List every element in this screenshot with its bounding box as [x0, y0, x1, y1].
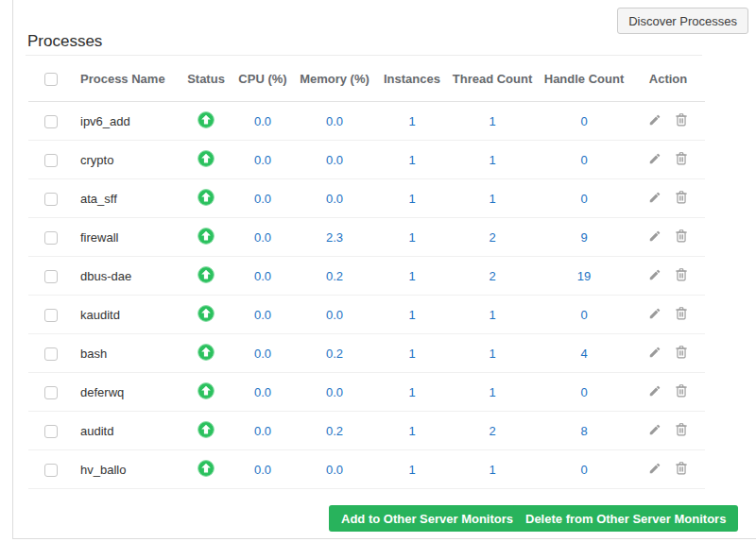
delete-icon[interactable] [675, 267, 688, 281]
thread-count-value: 1 [448, 450, 537, 489]
thread-count-value: 1 [448, 179, 537, 218]
cpu-value: 0.0 [232, 141, 293, 179]
memory-value: 0.0 [293, 296, 376, 334]
delete-icon[interactable] [675, 461, 688, 475]
cpu-value: 0.0 [232, 296, 293, 334]
row-checkbox[interactable] [44, 231, 58, 245]
row-checkbox[interactable] [44, 464, 58, 477]
delete-icon[interactable] [675, 190, 688, 204]
edit-icon[interactable] [648, 191, 662, 204]
row-checkbox[interactable] [44, 115, 58, 128]
status-up-icon [198, 382, 215, 399]
row-checkbox[interactable] [44, 193, 58, 206]
cpu-value: 0.0 [232, 412, 293, 450]
instances-value[interactable]: 1 [376, 257, 448, 296]
process-name: deferwq [74, 373, 180, 412]
edit-icon[interactable] [648, 384, 662, 398]
memory-value: 0.0 [293, 450, 376, 489]
status-up-icon [198, 266, 215, 283]
delete-icon[interactable] [675, 422, 688, 436]
edit-icon[interactable] [648, 229, 662, 243]
delete-icon[interactable] [675, 112, 688, 127]
edit-icon[interactable] [648, 113, 662, 127]
process-name: kauditd [74, 296, 180, 334]
column-header-cpu: CPU (%) [232, 56, 293, 102]
handle-count-value: 19 [537, 257, 631, 296]
edit-icon[interactable] [648, 152, 662, 165]
table-row: auditd 0.0 0.2 1 2 8 [28, 412, 705, 450]
process-table-body: ipv6_add 0.0 0.0 1 1 0 [28, 102, 705, 489]
row-checkbox[interactable] [44, 154, 58, 167]
handle-count-value: 0 [537, 373, 631, 412]
edit-icon[interactable] [648, 346, 662, 359]
process-name: firewall [74, 218, 180, 257]
memory-value: 0.0 [293, 102, 376, 141]
memory-value: 2.3 [293, 218, 376, 257]
status-up-icon [198, 344, 215, 361]
instances-value[interactable]: 1 [376, 179, 448, 218]
cpu-value: 0.0 [232, 257, 293, 296]
memory-value: 0.2 [293, 334, 376, 373]
delete-icon[interactable] [675, 345, 688, 359]
process-name: crypto [74, 141, 180, 179]
edit-icon[interactable] [648, 268, 662, 281]
table-row: dbus-dae 0.0 0.2 1 2 19 [28, 257, 705, 296]
row-checkbox[interactable] [44, 309, 58, 322]
thread-count-value: 2 [448, 257, 537, 296]
process-name: dbus-dae [74, 257, 180, 296]
instances-value[interactable]: 1 [376, 373, 448, 412]
memory-value: 0.0 [293, 141, 376, 179]
delete-from-other-server-monitors-button[interactable]: Delete from Other Server Monitors [513, 505, 738, 532]
table-row: crypto 0.0 0.0 1 1 0 [28, 141, 705, 179]
thread-count-value: 1 [448, 334, 537, 373]
handle-count-value: 4 [537, 334, 631, 373]
handle-count-value: 8 [537, 412, 631, 450]
row-checkbox[interactable] [44, 386, 58, 399]
instances-value[interactable]: 1 [376, 450, 448, 489]
status-up-icon [198, 111, 215, 128]
cpu-value: 0.0 [232, 373, 293, 412]
instances-value[interactable]: 1 [376, 412, 448, 450]
table-row: firewall 0.0 2.3 1 2 9 [28, 218, 705, 257]
add-to-other-server-monitors-button[interactable]: Add to Other Server Monitors [329, 505, 525, 532]
row-checkbox[interactable] [44, 270, 58, 283]
cpu-value: 0.0 [232, 102, 293, 141]
table-row: bash 0.0 0.2 1 1 4 [28, 334, 705, 373]
delete-icon[interactable] [675, 151, 688, 165]
row-checkbox[interactable] [44, 425, 58, 438]
column-header-memory: Memory (%) [293, 56, 376, 102]
instances-value[interactable]: 1 [376, 102, 448, 141]
cpu-value: 0.0 [232, 334, 293, 373]
discover-processes-button[interactable]: Discover Processes [617, 8, 748, 34]
process-name: auditd [74, 412, 180, 450]
process-name: hv_ballo [74, 450, 180, 489]
instances-value[interactable]: 1 [376, 296, 448, 334]
process-name: ata_sff [74, 179, 180, 218]
edit-icon[interactable] [648, 423, 662, 436]
delete-icon[interactable] [675, 229, 688, 243]
delete-icon[interactable] [675, 306, 688, 320]
status-up-icon [198, 150, 215, 167]
edit-icon[interactable] [648, 307, 662, 320]
table-row: deferwq 0.0 0.0 1 1 0 [28, 373, 705, 412]
table-row: ipv6_add 0.0 0.0 1 1 0 [28, 102, 705, 141]
process-name: ipv6_add [74, 102, 180, 141]
instances-value[interactable]: 1 [376, 334, 448, 373]
handle-count-value: 0 [537, 141, 631, 179]
memory-value: 0.0 [293, 373, 376, 412]
handle-count-value: 9 [537, 218, 631, 257]
processes-panel: Discover Processes Processes Process Nam… [0, 0, 756, 542]
row-checkbox[interactable] [44, 347, 58, 361]
select-all-checkbox[interactable] [44, 73, 58, 86]
instances-value[interactable]: 1 [376, 141, 448, 179]
instances-value[interactable]: 1 [376, 218, 448, 257]
handle-count-value: 0 [537, 102, 631, 141]
handle-count-value: 0 [537, 450, 631, 489]
cpu-value: 0.0 [232, 450, 293, 489]
memory-value: 0.0 [293, 179, 376, 218]
memory-value: 0.2 [293, 412, 376, 450]
delete-icon[interactable] [675, 383, 688, 398]
thread-count-value: 1 [448, 141, 537, 179]
page-title: Processes [27, 32, 102, 51]
edit-icon[interactable] [648, 462, 662, 475]
